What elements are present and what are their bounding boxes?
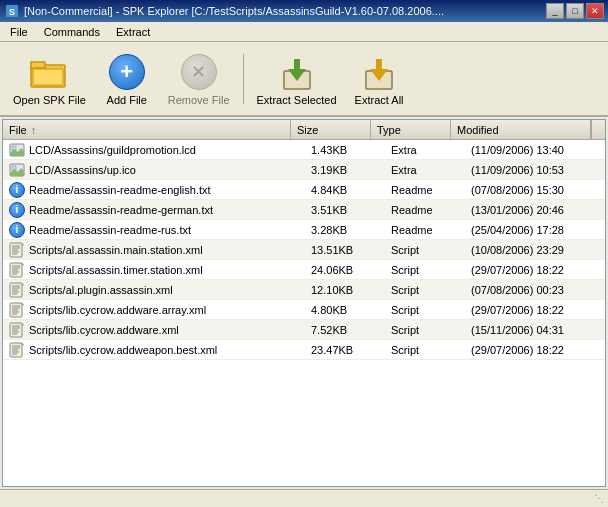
file-icon-info: i	[9, 182, 25, 198]
cell-size: 3.51KB	[305, 203, 385, 217]
status-bar: ⋱	[0, 489, 608, 507]
cell-type: Script	[385, 243, 465, 257]
folder-icon	[29, 52, 69, 92]
open-spk-label: Open SPK File	[13, 94, 86, 106]
title-bar-left: S [Non-Commercial] - SPK Explorer [C:/Te…	[4, 3, 444, 19]
file-icon-script	[9, 302, 25, 318]
file-list-body[interactable]: LCD/Assassins/guildpromotion.lcd 1.43KB …	[3, 140, 605, 486]
app-icon: S	[4, 3, 20, 19]
main-area: File ↑ Size Type Modified LCD/Assassins/…	[0, 117, 608, 489]
cell-size: 7.52KB	[305, 323, 385, 337]
file-icon-info: i	[9, 222, 25, 238]
col-header-size: Size	[291, 120, 371, 139]
cell-file: Scripts/al.plugin.assassin.xml	[3, 281, 305, 299]
table-row[interactable]: Scripts/al.assassin.timer.station.xml 24…	[3, 260, 605, 280]
cell-type: Script	[385, 323, 465, 337]
file-icon-script	[9, 242, 25, 258]
cell-size: 3.28KB	[305, 223, 385, 237]
close-button[interactable]: ✕	[586, 3, 604, 19]
cell-modified: (07/08/2006) 15:30	[465, 183, 605, 197]
cell-size: 13.51KB	[305, 243, 385, 257]
table-row[interactable]: Scripts/lib.cycrow.addware.array.xml 4.8…	[3, 300, 605, 320]
cell-size: 23.47KB	[305, 343, 385, 357]
add-file-label: Add File	[107, 94, 147, 106]
remove-file-button[interactable]: ✕ Remove File	[161, 47, 237, 111]
title-bar-controls: _ □ ✕	[546, 3, 604, 19]
cell-type: Readme	[385, 203, 465, 217]
resize-grip: ⋱	[594, 493, 604, 504]
cell-type: Script	[385, 343, 465, 357]
cell-type: Script	[385, 283, 465, 297]
remove-icon: ✕	[179, 52, 219, 92]
cell-modified: (10/08/2006) 23:29	[465, 243, 605, 257]
menu-extract[interactable]: Extract	[108, 24, 158, 40]
list-header: File ↑ Size Type Modified	[3, 120, 605, 140]
cell-type: Extra	[385, 143, 465, 157]
extract-all-label: Extract All	[355, 94, 404, 106]
cell-file: Scripts/lib.cycrow.addware.xml	[3, 321, 305, 339]
file-icon-script	[9, 282, 25, 298]
col-header-modified: Modified	[451, 120, 591, 139]
table-row[interactable]: i Readme/assassin-readme-rus.txt 3.28KB …	[3, 220, 605, 240]
toolbar: Open SPK File + Add File ✕ Remove File E…	[0, 42, 608, 117]
cell-type: Readme	[385, 223, 465, 237]
table-row[interactable]: Scripts/al.assassin.main.station.xml 13.…	[3, 240, 605, 260]
svg-text:S: S	[9, 7, 15, 17]
cell-size: 1.43KB	[305, 143, 385, 157]
menu-file[interactable]: File	[2, 24, 36, 40]
extract-all-button[interactable]: Extract All	[348, 47, 411, 111]
svg-rect-3	[31, 62, 45, 68]
add-file-button[interactable]: + Add File	[97, 47, 157, 111]
file-icon-image	[9, 162, 25, 178]
file-icon-info: i	[9, 202, 25, 218]
table-row[interactable]: LCD/Assassins/guildpromotion.lcd 1.43KB …	[3, 140, 605, 160]
cell-size: 4.84KB	[305, 183, 385, 197]
table-row[interactable]: Scripts/al.plugin.assassin.xml 12.10KB S…	[3, 280, 605, 300]
cell-modified: (15/11/2006) 04:31	[465, 323, 605, 337]
table-row[interactable]: i Readme/assassin-readme-german.txt 3.51…	[3, 200, 605, 220]
cell-type: Script	[385, 303, 465, 317]
cell-size: 24.06KB	[305, 263, 385, 277]
add-icon: +	[107, 52, 147, 92]
cell-file: Scripts/al.assassin.timer.station.xml	[3, 261, 305, 279]
cell-type: Readme	[385, 183, 465, 197]
col-header-file: File ↑	[3, 120, 291, 139]
table-row[interactable]: LCD/Assassins/up.ico 3.19KB Extra (11/09…	[3, 160, 605, 180]
svg-rect-4	[33, 69, 63, 85]
menu-commands[interactable]: Commands	[36, 24, 108, 40]
cell-modified: (25/04/2006) 17:28	[465, 223, 605, 237]
extract-sel-icon	[277, 52, 317, 92]
cell-size: 4.80KB	[305, 303, 385, 317]
extract-selected-button[interactable]: Extract Selected	[250, 47, 344, 111]
remove-file-label: Remove File	[168, 94, 230, 106]
cell-file: Scripts/lib.cycrow.addweapon.best.xml	[3, 341, 305, 359]
toolbar-separator	[243, 54, 244, 104]
cell-size: 3.19KB	[305, 163, 385, 177]
cell-file: i Readme/assassin-readme-english.txt	[3, 181, 305, 199]
cell-file: LCD/Assassins/up.ico	[3, 161, 305, 179]
cell-file: Scripts/lib.cycrow.addware.array.xml	[3, 301, 305, 319]
cell-modified: (07/08/2006) 00:23	[465, 283, 605, 297]
cell-modified: (13/01/2006) 20:46	[465, 203, 605, 217]
cell-size: 12.10KB	[305, 283, 385, 297]
maximize-button[interactable]: □	[566, 3, 584, 19]
file-icon-script	[9, 322, 25, 338]
open-spk-button[interactable]: Open SPK File	[6, 47, 93, 111]
table-row[interactable]: Scripts/lib.cycrow.addware.xml 7.52KB Sc…	[3, 320, 605, 340]
file-icon-script	[9, 342, 25, 358]
cell-modified: (11/09/2006) 13:40	[465, 143, 605, 157]
extract-selected-label: Extract Selected	[257, 94, 337, 106]
table-row[interactable]: Scripts/lib.cycrow.addweapon.best.xml 23…	[3, 340, 605, 360]
col-header-type: Type	[371, 120, 451, 139]
minimize-button[interactable]: _	[546, 3, 564, 19]
title-text: [Non-Commercial] - SPK Explorer [C:/Test…	[24, 5, 444, 17]
cell-type: Script	[385, 263, 465, 277]
cell-modified: (29/07/2006) 18:22	[465, 263, 605, 277]
file-list: File ↑ Size Type Modified LCD/Assassins/…	[2, 119, 606, 487]
cell-modified: (29/07/2006) 18:22	[465, 303, 605, 317]
title-bar: S [Non-Commercial] - SPK Explorer [C:/Te…	[0, 0, 608, 22]
cell-file: Scripts/al.assassin.main.station.xml	[3, 241, 305, 259]
extract-all-icon	[359, 52, 399, 92]
table-row[interactable]: i Readme/assassin-readme-english.txt 4.8…	[3, 180, 605, 200]
cell-file: LCD/Assassins/guildpromotion.lcd	[3, 141, 305, 159]
